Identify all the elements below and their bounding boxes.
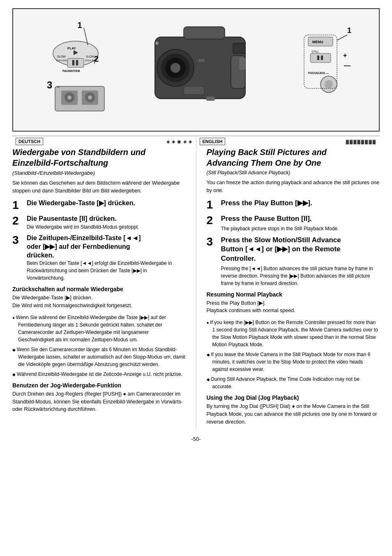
step-1-en-content: Press the Play Button [▶▶]. — [221, 199, 380, 209]
step-3-en-desc: Pressing the [◄◄] Button advances the st… — [221, 265, 380, 287]
svg-text:MENU: MENU — [312, 40, 323, 44]
step-3-en-content: Press the Slow Motion/Still AdvanceButto… — [221, 236, 380, 287]
german-intro: Sie können das Geschehen auf dem Bildsch… — [12, 179, 186, 195]
main-content: Wiedergabe von Standbildern und Einzelbi… — [12, 147, 380, 430]
english-title: Playing Back Still Pictures and Advancin… — [207, 147, 380, 168]
step-1-de-content: Die Wiedergabe-Taste [▶] drücken. — [27, 199, 186, 208]
svg-point-34 — [155, 42, 159, 45]
german-bullet-3: Während Einzelbild-Wiedergabe ist die Ze… — [12, 371, 186, 378]
svg-rect-43 — [321, 56, 323, 60]
german-bullets: Wenn Sie während der Einzelbild-Wiederga… — [12, 314, 186, 378]
step-3-de-title: Die Zeitlupen-/Einzelbild-Taste [◄◄]oder… — [27, 234, 186, 259]
svg-point-28 — [171, 63, 180, 73]
english-column: Playing Back Still Pictures and Advancin… — [207, 147, 380, 430]
german-step-3: 3 Die Zeitlupen-/Einzelbild-Taste [◄◄]od… — [12, 234, 186, 282]
step-number-2-en: 2 — [207, 214, 221, 227]
english-header: ENGLISH ▓▓▓▓▓▓▓▓ — [196, 136, 380, 147]
german-bullet-2: Wenn Sie den Camerarecorder länger als 6… — [12, 346, 186, 368]
svg-text:SLOW: SLOW — [86, 55, 95, 58]
english-jog-text: By turning the Jog Dial ([PUSH] Dial) ● … — [207, 403, 380, 426]
english-resuming-heading: Resuming Normal Playback — [207, 291, 380, 298]
step-number-3-de: 3 — [12, 234, 27, 247]
step-3-en-title: Press the Slow Motion/Still AdvanceButto… — [221, 236, 380, 263]
svg-rect-11 — [76, 60, 78, 65]
svg-point-22 — [88, 95, 92, 100]
svg-rect-32 — [206, 97, 214, 101]
svg-text:SLOW: SLOW — [57, 55, 66, 58]
step-number-3-en: 3 — [207, 236, 221, 248]
svg-text:PAUSE/ITEM: PAUSE/ITEM — [62, 70, 80, 72]
english-step-2: 2 Press the Pause Button [II]. The playb… — [207, 214, 380, 232]
step-number-1-de: 1 — [12, 199, 27, 212]
svg-point-21 — [67, 95, 71, 100]
german-jog-text: Durch Drehen des Jog-Reglers (Regler [PU… — [12, 390, 186, 413]
step-2-de-content: Die Pausentaste [II] drücken. Die Wieder… — [27, 215, 186, 231]
german-step-1: 1 Die Wiedergabe-Taste [▶] drücken. — [12, 199, 186, 212]
deutsch-header: DEUTSCH ◈ ◈ ◉ ◈ ◈ — [12, 136, 196, 147]
svg-text:FOCUS/JOG —: FOCUS/JOG — — [308, 72, 329, 74]
camera-body-svg: JVC — [143, 21, 266, 119]
english-step-1: 1 Press the Play Button [▶▶]. — [207, 199, 380, 211]
english-jog-heading: Using the Jog Dial (Jog Playback) — [207, 394, 380, 401]
english-bullet-3: During Still Advance Playback, the Time … — [207, 375, 380, 390]
step-2-en-content: Press the Pause Button [II]. The playbac… — [221, 214, 380, 232]
svg-rect-10 — [72, 60, 74, 65]
german-step-2: 2 Die Pausentaste [II] drücken. Die Wied… — [12, 215, 186, 231]
step-3-de-content: Die Zeitlupen-/Einzelbild-Taste [◄◄]oder… — [27, 234, 186, 282]
step-2-en-desc: The playback picture stops in the Still … — [221, 225, 380, 232]
german-jog-heading: Benutzen der Jog-Wiedergabe-Funktion — [12, 382, 186, 389]
step-3-de-desc: Beim Drücken der Taste [◄◄] erfolgt die … — [27, 259, 186, 282]
german-resuming-heading: Zurückschalten auf normale Wiedergabe — [12, 286, 186, 292]
english-subtitle: (Still Playback/Still Advance Playback) — [207, 170, 380, 176]
german-column: Wiedergabe von Standbildern und Einzelbi… — [12, 147, 186, 430]
step-number-2-de: 2 — [12, 215, 27, 227]
german-resuming-text: Die Wiedergabe-Taste [▶] drücken. Die Wi… — [12, 294, 186, 310]
english-resuming-text: Press the Play Button [▶]. Playback cont… — [207, 299, 380, 315]
right-controls-svg: 1 MENU STILL FOCUS/JOG — — [284, 21, 357, 119]
english-bullets: If you keep the [▶▶] Button on the Remot… — [207, 319, 380, 390]
column-divider — [196, 147, 196, 430]
svg-text:STILLADV: STILLADV — [56, 59, 67, 62]
english-bullet-2: If you leave the Movie Camera in the Sti… — [207, 351, 380, 373]
svg-rect-9 — [67, 58, 84, 67]
english-bullet-1: If you keep the [▶▶] Button on the Remot… — [207, 319, 380, 348]
deutsch-pattern: ◈ ◈ ◉ ◈ ◈ — [166, 139, 192, 144]
english-step-3: 3 Press the Slow Motion/Still AdvanceBut… — [207, 236, 380, 287]
language-bar: DEUTSCH ◈ ◈ ◉ ◈ ◈ ENGLISH ▓▓▓▓▓▓▓▓ — [12, 136, 380, 147]
german-bullet-1: Wenn Sie während der Einzelbild-Wiederga… — [12, 314, 186, 343]
svg-line-40 — [337, 35, 347, 40]
step-2-en-title: Press the Pause Button [II]. — [221, 214, 380, 223]
svg-text:—: — — [344, 62, 350, 69]
svg-text:STILLADV: STILLADV — [85, 59, 97, 62]
svg-rect-42 — [317, 56, 319, 60]
svg-rect-29 — [184, 27, 225, 39]
deutsch-label: DEUTSCH — [16, 138, 43, 145]
svg-text:PLAY: PLAY — [67, 46, 76, 50]
svg-text:STILL: STILL — [311, 50, 319, 53]
svg-point-47 — [325, 80, 333, 88]
svg-text:3: 3 — [47, 79, 52, 90]
svg-text:1: 1 — [347, 26, 351, 35]
svg-rect-36 — [184, 86, 204, 95]
left-controls-svg: 1 PLAY 2 SLOW SLOW STILLADV STILLADV — [35, 21, 125, 119]
step-2-de-title: Die Pausentaste [II] drücken. — [27, 215, 186, 223]
english-label: ENGLISH — [200, 138, 226, 145]
camcorder-diagram: 1 PLAY 2 SLOW SLOW STILLADV STILLADV — [12, 8, 380, 132]
german-title: Wiedergabe von Standbildern und Einzelbi… — [12, 147, 186, 168]
step-1-de-title: Die Wiedergabe-Taste [▶] drücken. — [27, 199, 186, 208]
svg-rect-35 — [239, 58, 245, 70]
page-number: -50- — [0, 430, 392, 446]
svg-text:JVC: JVC — [198, 58, 205, 63]
step-2-de-desc: Die Wiedergabe wird im Standbild-Modus g… — [27, 223, 186, 231]
german-subtitle: (Standbild-/Einzelbild-Wiedergabe) — [12, 170, 186, 176]
svg-rect-41 — [310, 53, 331, 63]
english-intro: You can freeze the action during playbac… — [207, 179, 380, 195]
svg-text:1: 1 — [77, 21, 82, 30]
step-1-en-title: Press the Play Button [▶▶]. — [221, 199, 380, 208]
svg-text:+: + — [343, 52, 347, 59]
english-pattern: ▓▓▓▓▓▓▓▓ — [346, 139, 376, 144]
svg-rect-30 — [233, 43, 245, 53]
step-number-1-en: 1 — [207, 199, 221, 211]
